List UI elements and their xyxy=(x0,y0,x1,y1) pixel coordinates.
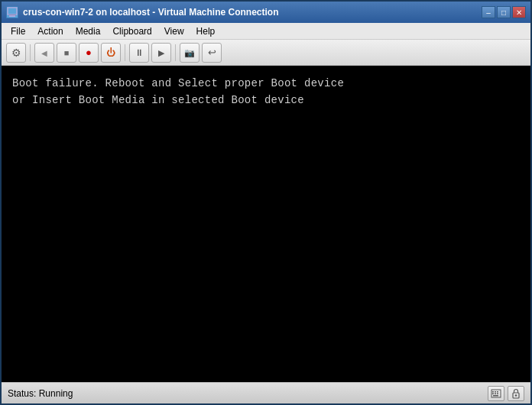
power-icon xyxy=(106,47,115,58)
status-text: Status: Running xyxy=(8,388,73,399)
svg-rect-7 xyxy=(492,393,494,394)
toolbar-play-button[interactable] xyxy=(151,43,171,63)
svg-rect-2 xyxy=(8,15,16,15)
window-icon xyxy=(6,6,18,18)
title-bar: crus-con-win7-2 on localhost - Virtual M… xyxy=(2,2,530,23)
status-bar: Status: Running xyxy=(2,382,530,403)
pause-icon xyxy=(135,47,144,58)
settings-icon xyxy=(11,47,21,59)
vm-screen[interactable]: Boot failure. Reboot and Select proper B… xyxy=(2,66,530,382)
record-icon xyxy=(86,47,92,58)
menu-media[interactable]: Media xyxy=(70,23,107,39)
menu-bar: File Action Media Clipboard View Help xyxy=(2,23,530,40)
svg-rect-8 xyxy=(495,393,496,394)
svg-rect-10 xyxy=(493,395,498,397)
toolbar-separator-3 xyxy=(175,44,176,61)
toolbar-record-button[interactable] xyxy=(79,43,99,63)
toolbar-separator-1 xyxy=(30,44,31,61)
toolbar-settings-button[interactable] xyxy=(6,43,26,63)
toolbar xyxy=(2,40,530,66)
toolbar-stop-button[interactable] xyxy=(57,43,76,63)
boot-message-line2: or Insert Boot Media in selected Boot de… xyxy=(12,92,520,109)
svg-rect-0 xyxy=(8,8,17,15)
svg-rect-4 xyxy=(492,391,494,393)
menu-clipboard[interactable]: Clipboard xyxy=(106,23,157,39)
svg-rect-5 xyxy=(495,391,496,393)
boot-message-line1: Boot failure. Reboot and Select proper B… xyxy=(12,75,520,92)
status-lock-button[interactable] xyxy=(508,386,524,401)
back-icon xyxy=(41,47,47,58)
status-icons xyxy=(488,386,524,401)
screenshot-icon xyxy=(184,47,195,58)
minimize-button[interactable]: – xyxy=(482,6,495,18)
menu-help[interactable]: Help xyxy=(190,23,222,39)
restore-button[interactable]: □ xyxy=(497,6,511,18)
status-keyboard-button[interactable] xyxy=(488,386,504,401)
title-bar-left: crus-con-win7-2 on localhost - Virtual M… xyxy=(6,6,278,18)
toolbar-power-button[interactable] xyxy=(101,43,121,63)
stop-icon xyxy=(64,47,70,58)
svg-rect-1 xyxy=(9,15,15,17)
play-icon xyxy=(158,47,164,58)
undo-icon xyxy=(208,47,216,58)
svg-rect-6 xyxy=(497,391,498,393)
main-window: crus-con-win7-2 on localhost - Virtual M… xyxy=(0,0,532,405)
svg-point-12 xyxy=(515,394,517,396)
toolbar-back-button[interactable] xyxy=(34,43,54,63)
menu-file[interactable]: File xyxy=(5,23,31,39)
toolbar-screenshot-button[interactable] xyxy=(180,43,200,63)
close-button[interactable]: ✕ xyxy=(512,6,526,18)
menu-view[interactable]: View xyxy=(158,23,190,39)
window-title: crus-con-win7-2 on localhost - Virtual M… xyxy=(23,7,278,18)
toolbar-undo-button[interactable] xyxy=(202,43,222,63)
title-bar-buttons: – □ ✕ xyxy=(482,6,526,18)
toolbar-pause-button[interactable] xyxy=(129,43,149,63)
lock-icon xyxy=(511,388,521,399)
svg-rect-9 xyxy=(497,393,498,394)
keyboard-icon xyxy=(491,389,501,398)
toolbar-separator-2 xyxy=(125,44,125,61)
menu-action[interactable]: Action xyxy=(31,23,69,39)
